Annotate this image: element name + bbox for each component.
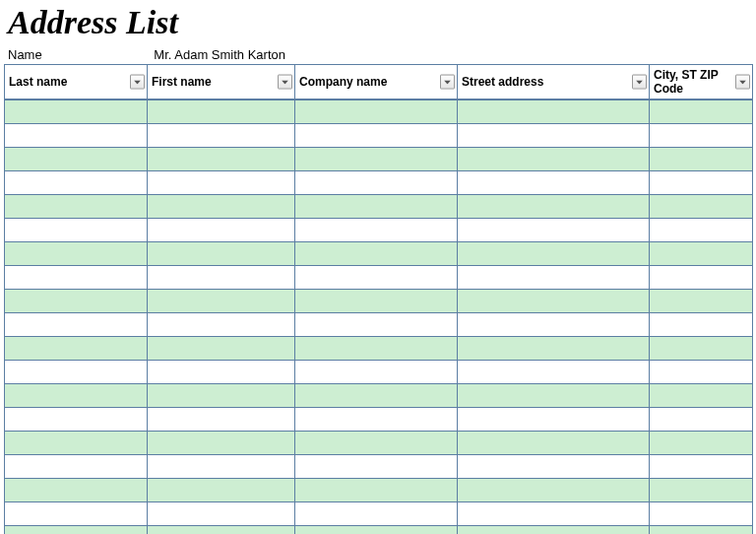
table-row[interactable] — [5, 501, 753, 525]
table-cell[interactable] — [295, 170, 458, 194]
table-cell[interactable] — [5, 194, 148, 218]
table-cell[interactable] — [148, 289, 295, 312]
table-cell[interactable] — [458, 123, 650, 147]
table-cell[interactable] — [148, 265, 295, 289]
table-cell[interactable] — [458, 218, 650, 241]
table-cell[interactable] — [148, 336, 295, 360]
table-row[interactable] — [5, 123, 753, 147]
table-cell[interactable] — [5, 312, 148, 336]
table-cell[interactable] — [295, 147, 458, 170]
table-cell[interactable] — [295, 525, 458, 534]
table-cell[interactable] — [5, 218, 148, 241]
table-cell[interactable] — [650, 312, 753, 336]
table-cell[interactable] — [295, 265, 458, 289]
table-cell[interactable] — [5, 170, 148, 194]
table-cell[interactable] — [295, 383, 458, 407]
table-row[interactable] — [5, 170, 753, 194]
table-row[interactable] — [5, 194, 753, 218]
table-row[interactable] — [5, 525, 753, 534]
table-cell[interactable] — [5, 360, 148, 383]
filter-dropdown-icon[interactable] — [130, 75, 145, 90]
table-cell[interactable] — [650, 289, 753, 312]
table-cell[interactable] — [458, 241, 650, 265]
table-cell[interactable] — [295, 360, 458, 383]
table-cell[interactable] — [148, 194, 295, 218]
table-cell[interactable] — [295, 431, 458, 454]
table-cell[interactable] — [650, 194, 753, 218]
col-header-company-name[interactable]: Company name — [295, 65, 458, 100]
table-cell[interactable] — [5, 336, 148, 360]
table-cell[interactable] — [295, 123, 458, 147]
table-cell[interactable] — [148, 147, 295, 170]
table-cell[interactable] — [650, 123, 753, 147]
table-cell[interactable] — [295, 454, 458, 478]
table-cell[interactable] — [458, 383, 650, 407]
table-cell[interactable] — [458, 170, 650, 194]
table-cell[interactable] — [5, 147, 148, 170]
table-cell[interactable] — [650, 454, 753, 478]
table-cell[interactable] — [458, 478, 650, 501]
table-cell[interactable] — [458, 312, 650, 336]
table-cell[interactable] — [458, 431, 650, 454]
table-cell[interactable] — [5, 454, 148, 478]
table-cell[interactable] — [295, 407, 458, 431]
table-row[interactable] — [5, 241, 753, 265]
table-cell[interactable] — [5, 431, 148, 454]
table-cell[interactable] — [295, 100, 458, 123]
table-cell[interactable] — [148, 360, 295, 383]
table-row[interactable] — [5, 100, 753, 123]
filter-dropdown-icon[interactable] — [440, 75, 455, 90]
table-row[interactable] — [5, 289, 753, 312]
table-cell[interactable] — [650, 431, 753, 454]
table-cell[interactable] — [458, 194, 650, 218]
table-cell[interactable] — [458, 525, 650, 534]
table-row[interactable] — [5, 431, 753, 454]
table-cell[interactable] — [148, 170, 295, 194]
table-cell[interactable] — [5, 525, 148, 534]
table-cell[interactable] — [148, 454, 295, 478]
table-cell[interactable] — [295, 312, 458, 336]
table-row[interactable] — [5, 478, 753, 501]
table-cell[interactable] — [295, 336, 458, 360]
table-cell[interactable] — [295, 241, 458, 265]
table-cell[interactable] — [148, 312, 295, 336]
table-cell[interactable] — [650, 525, 753, 534]
table-cell[interactable] — [148, 218, 295, 241]
table-cell[interactable] — [458, 501, 650, 525]
filter-dropdown-icon[interactable] — [278, 75, 292, 90]
table-row[interactable] — [5, 218, 753, 241]
table-row[interactable] — [5, 312, 753, 336]
table-cell[interactable] — [295, 289, 458, 312]
table-cell[interactable] — [458, 454, 650, 478]
col-header-city-st-zip[interactable]: City, ST ZIP Code — [650, 65, 753, 100]
table-cell[interactable] — [458, 289, 650, 312]
table-cell[interactable] — [148, 407, 295, 431]
table-cell[interactable] — [148, 383, 295, 407]
table-cell[interactable] — [5, 100, 148, 123]
filter-dropdown-icon[interactable] — [735, 75, 750, 90]
table-cell[interactable] — [650, 100, 753, 123]
col-header-first-name[interactable]: First name — [148, 65, 295, 100]
table-cell[interactable] — [458, 336, 650, 360]
table-row[interactable] — [5, 360, 753, 383]
table-cell[interactable] — [650, 478, 753, 501]
table-cell[interactable] — [650, 170, 753, 194]
table-cell[interactable] — [650, 265, 753, 289]
col-header-last-name[interactable]: Last name — [5, 65, 148, 100]
table-cell[interactable] — [650, 407, 753, 431]
table-cell[interactable] — [148, 501, 295, 525]
table-cell[interactable] — [5, 407, 148, 431]
table-cell[interactable] — [5, 478, 148, 501]
table-cell[interactable] — [5, 241, 148, 265]
table-cell[interactable] — [650, 336, 753, 360]
table-cell[interactable] — [650, 501, 753, 525]
table-row[interactable] — [5, 336, 753, 360]
table-cell[interactable] — [295, 501, 458, 525]
table-cell[interactable] — [148, 478, 295, 501]
table-cell[interactable] — [148, 525, 295, 534]
table-cell[interactable] — [458, 360, 650, 383]
table-cell[interactable] — [650, 360, 753, 383]
filter-dropdown-icon[interactable] — [632, 75, 647, 90]
table-row[interactable] — [5, 454, 753, 478]
table-cell[interactable] — [650, 241, 753, 265]
